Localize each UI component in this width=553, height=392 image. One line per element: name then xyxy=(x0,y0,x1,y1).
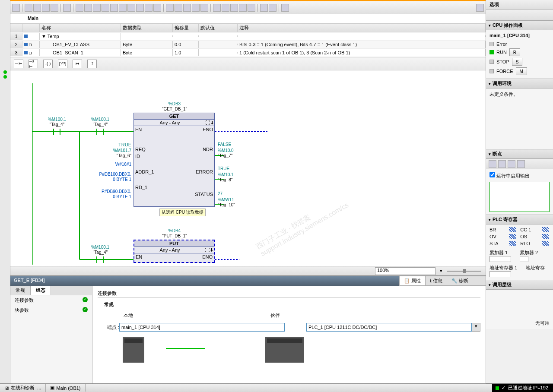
dropdown-icon[interactable]: ▾ xyxy=(472,323,480,332)
bp-list[interactable] xyxy=(489,182,550,212)
sb-tab-diag[interactable]: 🖥在线和诊断_... xyxy=(0,384,46,392)
zoom-select[interactable]: 100% xyxy=(375,267,435,275)
sig-val[interactable]: 0 BYTE 1 xyxy=(84,177,131,182)
sig-addr[interactable]: %MW11 xyxy=(218,197,252,202)
sig-val[interactable]: P#DB90.DBX0. xyxy=(84,189,131,194)
fb-put-block[interactable]: PUT Any - Any ⛶ ⬇ ENENO xyxy=(133,240,215,263)
toolbar-btn[interactable] xyxy=(136,4,144,12)
db-addr[interactable]: %DB3 xyxy=(153,101,196,106)
tab-properties[interactable]: 📋属性 xyxy=(399,276,425,285)
stop-button[interactable]: S xyxy=(512,58,523,66)
toolbar-btn[interactable] xyxy=(127,4,135,12)
tab-diagnostics[interactable]: 🔧诊断 xyxy=(447,276,473,285)
bp-btn[interactable] xyxy=(489,160,496,168)
toolbar-btn[interactable] xyxy=(84,4,92,12)
sig-tag[interactable]: "Tag_8" xyxy=(218,177,252,182)
table-row[interactable]: 3 OB1_SCAN_1 Byte 1.0 1 (Cold restart sc… xyxy=(10,49,486,57)
toolbar-btn[interactable] xyxy=(183,4,191,12)
sb-tab-main[interactable]: ▣Main (OB1) xyxy=(46,384,85,392)
toolbar-btn[interactable] xyxy=(119,4,127,12)
fb-get-block[interactable]: GET Any - Any ⛶ ⬇ ENENO REQNDR ID ADDR_1… xyxy=(133,113,215,207)
toolbar-btn[interactable] xyxy=(145,4,153,12)
sig-val[interactable]: W#16#1 xyxy=(88,162,131,167)
sig-tag[interactable]: "Tag_6" xyxy=(88,153,131,158)
cpu-panel-title[interactable]: ▾CPU 操作面板 xyxy=(486,21,553,30)
toolbar-btn[interactable] xyxy=(166,4,174,12)
branch-icon[interactable]: ↦ xyxy=(73,60,82,68)
table-row[interactable]: 1 ▼ Temp xyxy=(10,32,486,41)
ladder-canvas[interactable]: %M100.1 "Tag_4" %M100.1 "Tag_4" %DB3 "GE… xyxy=(10,70,486,266)
db-name[interactable]: "PUT_DB_1" xyxy=(153,234,196,238)
col-header[interactable]: 数据类型 xyxy=(121,24,173,32)
toolbar-btn[interactable] xyxy=(200,4,208,12)
toolbar-btn-right[interactable] xyxy=(476,4,484,12)
col-header[interactable]: 默认值 xyxy=(199,24,238,32)
sig-addr[interactable]: %M10.0 xyxy=(218,148,252,153)
tab-info[interactable]: ℹ信息 xyxy=(425,276,447,285)
contact-nc-icon[interactable]: ⊣/⊢ xyxy=(29,60,38,68)
col-header[interactable]: 偏移量 xyxy=(173,24,199,32)
bp-btn[interactable] xyxy=(508,160,515,168)
zoom-slider[interactable] xyxy=(447,271,481,272)
contact-tag[interactable]: "Tag_4" xyxy=(83,122,118,127)
contact-no-icon[interactable]: ⊣⊢ xyxy=(14,60,23,68)
toolbar-btn[interactable] xyxy=(42,4,50,12)
partner-endpoint-input[interactable] xyxy=(306,323,472,332)
coil-icon[interactable]: -( ) xyxy=(43,60,53,68)
toolbar-btn[interactable] xyxy=(269,4,276,12)
sig-val[interactable]: P#DB100.DBX0. xyxy=(84,172,131,177)
bp-checkbox[interactable] xyxy=(489,172,495,177)
nav-block-params[interactable]: 块参数✓ xyxy=(10,305,92,315)
contact-addr[interactable]: %M100.1 xyxy=(83,245,118,250)
sig-addr[interactable]: %M101.7 xyxy=(88,148,131,153)
toolbar-btn[interactable] xyxy=(248,4,255,12)
chevron-down-icon[interactable]: ▾ xyxy=(440,268,442,274)
toolbar-btn[interactable] xyxy=(110,4,118,12)
toolbar-btn[interactable] xyxy=(281,4,289,12)
toolbar-btn[interactable] xyxy=(175,4,182,12)
toolbar-btn[interactable] xyxy=(260,4,268,12)
toolbar-btn[interactable] xyxy=(153,4,161,12)
sig-tag[interactable]: "Tag_10" xyxy=(218,202,252,207)
toolbar-btn[interactable] xyxy=(25,4,32,12)
callstack-title[interactable]: ▾调用层级 xyxy=(486,280,553,290)
toolbar-btn[interactable] xyxy=(93,4,101,12)
toolbar-btn[interactable] xyxy=(192,4,200,12)
breakpoint-title[interactable]: ▾断点 xyxy=(486,149,553,159)
registers-title[interactable]: ▾PLC 寄存器 xyxy=(486,215,553,224)
toolbar-btn[interactable] xyxy=(239,4,247,12)
local-endpoint-input[interactable] xyxy=(119,323,285,332)
contact-tag[interactable]: "Tag_4" xyxy=(40,122,74,127)
tab-general[interactable]: 常规 xyxy=(10,286,31,295)
toolbar-btn[interactable] xyxy=(76,4,83,12)
branch-up-icon[interactable]: ⤴ xyxy=(87,60,97,68)
col-header[interactable]: 名称 xyxy=(40,24,121,32)
toolbar-btn[interactable] xyxy=(230,4,238,12)
nav-conn-params[interactable]: 连接参数✓ xyxy=(10,295,92,305)
toolbar-btn[interactable] xyxy=(51,4,58,12)
sig-tag[interactable]: "Tag_7" xyxy=(218,153,252,158)
db-name[interactable]: "GET_DB_1" xyxy=(153,107,196,111)
bp-btn[interactable] xyxy=(517,160,525,168)
bp-enable-output[interactable]: 运行中启用输出 xyxy=(489,173,530,178)
db-addr[interactable]: %DB4 xyxy=(153,228,196,233)
sig-val[interactable]: 0 BYTE 1 xyxy=(84,194,131,199)
toolbar-btn[interactable] xyxy=(63,4,71,12)
toolbar-btn[interactable] xyxy=(33,4,41,12)
toolbar-btn[interactable] xyxy=(102,4,109,12)
contact-tag[interactable]: "Tag_4" xyxy=(83,250,118,255)
toolbar-btn[interactable] xyxy=(213,4,221,12)
box-icon[interactable]: [??] xyxy=(58,60,67,68)
tab-config[interactable]: 组态 xyxy=(31,286,51,295)
contact-addr[interactable]: %M100.1 xyxy=(40,117,74,122)
bp-btn[interactable] xyxy=(498,160,506,168)
env-title[interactable]: ▾调用环境 xyxy=(486,79,553,89)
toolbar-btn[interactable] xyxy=(12,4,20,12)
sig-addr[interactable]: %M10.1 xyxy=(218,172,252,177)
col-header[interactable]: 注释 xyxy=(238,24,486,32)
contact-addr[interactable]: %M100.1 xyxy=(83,117,118,122)
table-row[interactable]: 2 OB1_EV_CLASS Byte 0.0 Bits 0-3 = 1 (Co… xyxy=(10,41,486,49)
run-button[interactable]: R xyxy=(509,48,520,56)
mres-button[interactable]: M xyxy=(516,67,527,75)
toolbar-btn[interactable] xyxy=(222,4,229,12)
